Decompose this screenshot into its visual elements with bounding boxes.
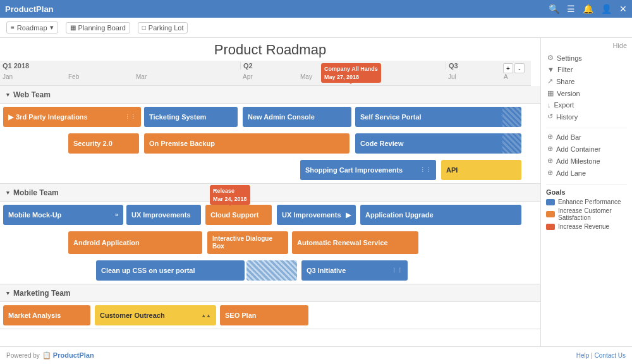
- shopping-cart-bar[interactable]: Shopping Cart Improvements ⋮⋮: [300, 160, 436, 180]
- dropdown-icon: ▾: [50, 23, 54, 32]
- goal-satisfaction-label: Increase Customer Satisfaction: [558, 207, 627, 221]
- menu-icon[interactable]: ☰: [567, 4, 575, 14]
- goals-title: Goals: [546, 188, 627, 196]
- goals-section: Goals Enhance Performance Increase Custo…: [546, 188, 627, 230]
- sidebar-add-section: ⊕ Add Bar ⊕ Add Container ⊕ Add Mileston…: [546, 131, 627, 179]
- mobile-row-3: Clean up CSS on user portal Q3 Initiativ…: [0, 257, 540, 284]
- ux-improvements-bar[interactable]: UX Improvements: [126, 205, 201, 225]
- help-link[interactable]: Help: [576, 352, 590, 359]
- notification-icon[interactable]: 🔔: [583, 4, 593, 14]
- hatch-bar[interactable]: [246, 260, 297, 281]
- marketing-team-rows: Market Analysis Customer Outreach ▲▲ SEO…: [0, 302, 540, 329]
- seo-plan-bar[interactable]: SEO Plan: [220, 305, 308, 325]
- web-row-1: ▶ 3rd Party Integrations ⋮⋮ Ticketing Sy…: [0, 104, 540, 130]
- footer: Powered by 📋 ProductPlan Help | Contact …: [0, 346, 632, 364]
- css-portal-bar[interactable]: Clean up CSS on user portal: [96, 260, 245, 281]
- close-icon[interactable]: ✕: [619, 4, 627, 14]
- add-container-label: Add Container: [556, 145, 600, 153]
- web-row-3: Shopping Cart Improvements ⋮⋮ API: [0, 157, 540, 183]
- mobile-team-label: Mobile Team: [13, 188, 59, 197]
- add-bar-item[interactable]: ⊕ Add Bar: [546, 131, 627, 143]
- zoom-in-btn[interactable]: +: [503, 63, 513, 73]
- filter-label: Filter: [557, 66, 573, 73]
- admin-console-bar[interactable]: New Admin Console: [243, 107, 351, 127]
- code-review-bar[interactable]: Code Review: [355, 133, 521, 154]
- user-icon[interactable]: 👤: [601, 4, 612, 14]
- parking-icon: □: [142, 24, 146, 31]
- mobile-team-block: ▾ Mobile Team ReleaseMar 24, 2018 Mobile…: [0, 184, 540, 284]
- add-milestone-item[interactable]: ⊕ Add Milestone: [546, 155, 627, 167]
- goal-satisfaction: Increase Customer Satisfaction: [546, 207, 627, 221]
- export-item[interactable]: ↓ Export: [546, 99, 627, 111]
- milestone-box: Company All Hands May 27, 2018: [321, 63, 381, 83]
- web-team-block: ▾ Web Team ▶ 3rd Party Integrations ⋮⋮ T…: [0, 86, 540, 184]
- mobile-team-expand[interactable]: ▾: [6, 190, 9, 196]
- main-area: Product Roadmap Q1 2018 Jan Feb Mar Q2 A…: [0, 38, 632, 346]
- marketing-team-header: ▾ Marketing Team: [0, 284, 540, 302]
- milestone-label: Company All Hands: [324, 65, 378, 73]
- q3-label: Q3: [446, 62, 458, 70]
- bar-expand: ▶: [8, 113, 13, 121]
- mobile-row-2: Android Application Interactive Dialogue…: [0, 228, 540, 257]
- dialogue-box-bar[interactable]: Interactive Dialogue Box: [207, 231, 288, 254]
- marketing-team-expand[interactable]: ▾: [6, 290, 9, 296]
- android-app-bar[interactable]: Android Application: [68, 231, 202, 254]
- on-premise-bar[interactable]: On Premise Backup: [144, 133, 349, 154]
- planning-board-btn[interactable]: ▦ Planning Board: [66, 22, 130, 33]
- filter-icon: ▼: [547, 66, 554, 73]
- goal-enhance: Enhance Performance: [546, 198, 627, 205]
- q3-initiative-bar[interactable]: Q3 Initiative ⋮⋮: [301, 260, 408, 281]
- roadmap-icon: ≡: [11, 24, 15, 31]
- add-container-icon: ⊕: [547, 145, 553, 153]
- export-icon: ↓: [547, 101, 551, 109]
- settings-icon: ⚙: [547, 54, 554, 62]
- settings-label: Settings: [557, 54, 582, 62]
- mobile-team-header: ▾ Mobile Team ReleaseMar 24, 2018: [0, 184, 540, 202]
- web-row-2: Security 2.0 On Premise Backup Code Revi…: [0, 130, 540, 157]
- ticketing-bar[interactable]: Ticketing System: [144, 107, 238, 127]
- hide-sidebar-btn[interactable]: Hide: [546, 42, 627, 49]
- api-bar[interactable]: API: [441, 160, 521, 180]
- app-upgrade-bar[interactable]: Application Upgrade: [360, 205, 521, 225]
- add-milestone-label: Add Milestone: [556, 157, 600, 165]
- parking-lot-btn[interactable]: □ Parking Lot: [138, 22, 188, 33]
- goal-revenue: Increase Revenue: [546, 223, 627, 230]
- version-item[interactable]: ▦ Version: [546, 87, 627, 99]
- mobile-mockup-bar[interactable]: Mobile Mock-Up »: [3, 205, 123, 225]
- history-item[interactable]: ↺ History: [546, 111, 627, 123]
- add-lane-item[interactable]: ⊕ Add Lane: [546, 167, 627, 179]
- security-bar[interactable]: Security 2.0: [68, 133, 139, 154]
- share-item[interactable]: ↗ Share: [546, 75, 627, 87]
- customer-outreach-bar[interactable]: Customer Outreach ▲▲: [95, 305, 216, 325]
- contact-link[interactable]: Contact Us: [595, 352, 626, 359]
- q2-label: Q2: [240, 62, 253, 70]
- web-team-label: Web Team: [13, 90, 51, 99]
- content-area: Product Roadmap Q1 2018 Jan Feb Mar Q2 A…: [0, 38, 540, 346]
- powered-by-label: Powered by: [6, 352, 40, 359]
- history-label: History: [556, 113, 578, 121]
- sidebar-divider-2: [546, 184, 627, 185]
- roadmap-scroll[interactable]: Q1 2018 Jan Feb Mar Q2 Apr May Jun Q3 Ju…: [0, 61, 540, 346]
- settings-item[interactable]: ⚙ Settings: [546, 52, 627, 64]
- version-label: Version: [557, 90, 580, 97]
- version-icon: ▦: [547, 89, 554, 97]
- web-team-expand[interactable]: ▾: [6, 92, 9, 98]
- footer-brand: Powered by 📋 ProductPlan: [6, 351, 94, 360]
- roadmap-btn[interactable]: ≡ Roadmap ▾: [6, 21, 58, 33]
- feb-label: Feb: [68, 73, 79, 80]
- ux-improvements-2-bar[interactable]: UX Improvements ▶: [277, 205, 356, 225]
- filter-item[interactable]: ▼ Filter: [546, 64, 627, 75]
- search-icon[interactable]: 🔍: [549, 4, 559, 14]
- market-analysis-bar[interactable]: Market Analysis: [3, 305, 90, 325]
- goal-revenue-color: [546, 224, 555, 230]
- marketing-row-1: Market Analysis Customer Outreach ▲▲ SEO…: [0, 302, 540, 329]
- renewal-bar[interactable]: Automatic Renewal Service: [292, 231, 418, 254]
- self-service-bar[interactable]: Self Service Portal: [355, 107, 521, 127]
- goal-enhance-label: Enhance Performance: [558, 198, 621, 205]
- add-container-item[interactable]: ⊕ Add Container: [546, 143, 627, 155]
- 3rd-party-bar[interactable]: ▶ 3rd Party Integrations ⋮⋮: [3, 107, 141, 127]
- cloud-support-bar[interactable]: Cloud Support: [205, 205, 272, 225]
- q1-label: Q1 2018: [3, 62, 29, 70]
- timeline-header: Q1 2018 Jan Feb Mar Q2 Apr May Jun Q3 Ju…: [0, 61, 531, 86]
- zoom-out-btn[interactable]: -: [514, 63, 525, 73]
